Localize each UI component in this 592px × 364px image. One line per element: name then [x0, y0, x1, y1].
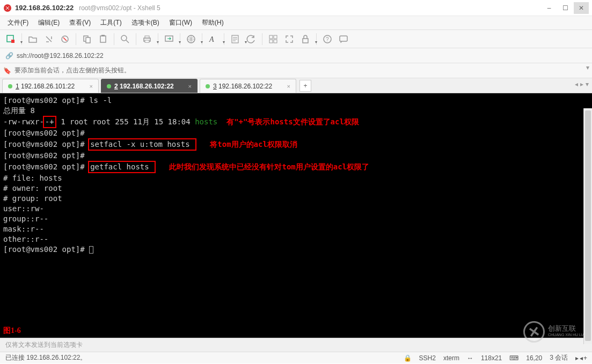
script-icon[interactable]: ▾	[228, 32, 243, 47]
file-transfer-icon[interactable]: ▾	[162, 32, 177, 47]
maximize-button[interactable]: ☐	[558, 2, 573, 14]
status-ssh: SSH2	[419, 354, 436, 362]
highlight-box: -+	[43, 116, 56, 128]
tab-session-1[interactable]: 1 192.168.26.101:22 ×	[2, 79, 99, 93]
keyboard-icon: ⌨	[509, 354, 518, 362]
tab-menu-icon[interactable]: ▾	[586, 80, 589, 88]
menu-edit[interactable]: 编辑(E)	[34, 17, 64, 28]
tab-label: 3 192.168.26.102:22	[213, 83, 272, 90]
tab-add-button[interactable]: +	[299, 80, 311, 92]
svg-rect-19	[274, 40, 277, 43]
minimize-button[interactable]: –	[542, 2, 557, 14]
output: 总用量 8	[3, 106, 589, 116]
tab-prev-icon[interactable]: ◂	[575, 80, 578, 88]
tab-close-icon[interactable]: ×	[90, 83, 93, 90]
svg-rect-7	[101, 35, 105, 36]
annotation: 有"+"号表示hosts文件设置了acl权限	[217, 117, 359, 126]
layout-icon[interactable]	[266, 32, 281, 47]
svg-rect-2	[11, 40, 14, 43]
output: 1 root root 255 11月 15 18:04	[56, 117, 195, 126]
window-controls: – ☐ ✕	[542, 2, 589, 14]
output: user::rw-	[3, 204, 589, 214]
status-size: 118x21	[481, 354, 502, 362]
paste-icon[interactable]	[96, 32, 111, 47]
address-url[interactable]: ssh://root@192.168.26.102:22	[17, 52, 104, 60]
tab-status-dot	[107, 84, 111, 88]
prompt: [root@vms002 opt]#	[3, 96, 89, 105]
prompt: [root@vms002 opt]#	[3, 245, 89, 254]
svg-rect-6	[100, 36, 106, 42]
watermark-brand: 创新互联	[548, 325, 588, 332]
toolbar: ▾ ▾ ▾ ▾ A▾ ▾ ▾ ?	[0, 30, 592, 48]
cursor	[89, 246, 93, 254]
open-icon[interactable]	[25, 32, 40, 47]
window-title-sub: root@vms002:/opt - Xshell 5	[79, 4, 160, 12]
resize-icon: ↔	[467, 354, 473, 362]
scrollbar-thumb[interactable]	[585, 110, 591, 341]
bookmark-icon[interactable]: 🔖	[3, 67, 11, 75]
svg-rect-18	[269, 40, 273, 43]
address-dropdown-icon[interactable]: ▾	[583, 60, 592, 75]
highlight-box: getfacl hosts	[88, 161, 156, 173]
output: other::r--	[3, 234, 589, 244]
status-sessions-icons[interactable]: ▸ ◂ +	[575, 354, 587, 362]
tab-strip: 1 192.168.26.101:22 × 2 192.168.26.102:2…	[0, 78, 592, 93]
copy-icon[interactable]	[79, 32, 94, 47]
menu-tools[interactable]: 工具(T)	[96, 17, 126, 28]
refresh-icon[interactable]	[244, 32, 259, 47]
web-icon[interactable]: ▾	[184, 32, 199, 47]
highlight-box: setfacl -x u:tom hosts	[88, 138, 196, 151]
terminal-scrollbar[interactable]	[583, 108, 592, 344]
menu-view[interactable]: 查看(V)	[65, 17, 95, 28]
menu-file[interactable]: 文件(F)	[3, 17, 33, 28]
send-to-tabs-bar[interactable]: 仅将文本发送到当前选项卡	[0, 338, 592, 352]
svg-text:?: ?	[326, 36, 329, 42]
print-icon[interactable]: ▾	[140, 32, 155, 47]
menu-window[interactable]: 窗口(W)	[165, 17, 196, 28]
tab-next-icon[interactable]: ▸	[580, 80, 583, 88]
tab-status-dot	[206, 84, 210, 88]
svg-rect-16	[269, 35, 273, 39]
prompt: [root@vms002 opt]#	[3, 140, 89, 148]
menu-help[interactable]: 帮助(H)	[198, 17, 228, 28]
lock-icon: 🔒	[404, 354, 412, 362]
tab-label: 2 192.168.26.102:22	[114, 83, 174, 90]
send-placeholder: 仅将文本发送到当前选项卡	[5, 340, 83, 350]
tab-session-3[interactable]: 3 192.168.26.102:22 ×	[200, 79, 296, 93]
prompt: [root@vms002 opt]#	[3, 128, 589, 138]
menu-bar: 文件(F) 编辑(E) 查看(V) 工具(T) 选项卡(B) 窗口(W) 帮助(…	[0, 16, 592, 30]
terminal[interactable]: [root@vms002 opt]# ls -l 总用量 8 -rw-rwxr-…	[0, 93, 592, 338]
output: group::r--	[3, 214, 589, 224]
svg-text:A: A	[209, 35, 214, 43]
tab-close-icon[interactable]: ×	[188, 83, 192, 90]
status-bar: 已连接 192.168.26.102:22。 🔒 SSH2 xterm ↔ 11…	[0, 352, 592, 363]
new-session-icon[interactable]: ▾	[3, 32, 18, 47]
help-icon[interactable]: ?	[320, 32, 335, 47]
tab-close-icon[interactable]: ×	[287, 83, 290, 90]
window-title-main: 192.168.26.102:22	[15, 4, 74, 12]
menu-tabs[interactable]: 选项卡(B)	[127, 17, 164, 28]
tab-label: 1 192.168.26.101:22	[16, 83, 75, 90]
annotation: 此时我们发现系统中已经没有针对tom用户设置的acl权限了	[156, 162, 369, 171]
fullscreen-icon[interactable]	[282, 32, 297, 47]
chat-icon[interactable]	[336, 32, 351, 47]
disconnect-icon[interactable]	[57, 32, 72, 47]
output: # file: hosts	[3, 173, 589, 183]
connect-icon[interactable]	[41, 32, 56, 47]
font-icon[interactable]: A▾	[206, 32, 221, 47]
lock-icon[interactable]: ▾	[298, 32, 313, 47]
app-icon	[3, 4, 12, 12]
svg-rect-17	[274, 35, 277, 39]
close-button[interactable]: ✕	[574, 2, 589, 14]
link-icon: 🔗	[5, 52, 13, 60]
output-file: hosts	[195, 117, 217, 126]
watermark-pinyin: CHUANG XIN HU LIAN	[548, 332, 588, 338]
output: mask::r--	[3, 224, 589, 234]
hint-bar: 🔖 要添加当前会话，点击左侧的箭头按钮。	[0, 63, 592, 78]
svg-point-8	[121, 35, 127, 41]
output: # group: root	[3, 194, 589, 204]
hint-text: 要添加当前会话，点击左侧的箭头按钮。	[14, 66, 130, 75]
tab-session-2[interactable]: 2 192.168.26.102:22 ×	[101, 79, 198, 93]
find-icon[interactable]	[118, 32, 133, 47]
address-bar: 🔗 ssh://root@192.168.26.102:22 ▾	[0, 48, 592, 63]
